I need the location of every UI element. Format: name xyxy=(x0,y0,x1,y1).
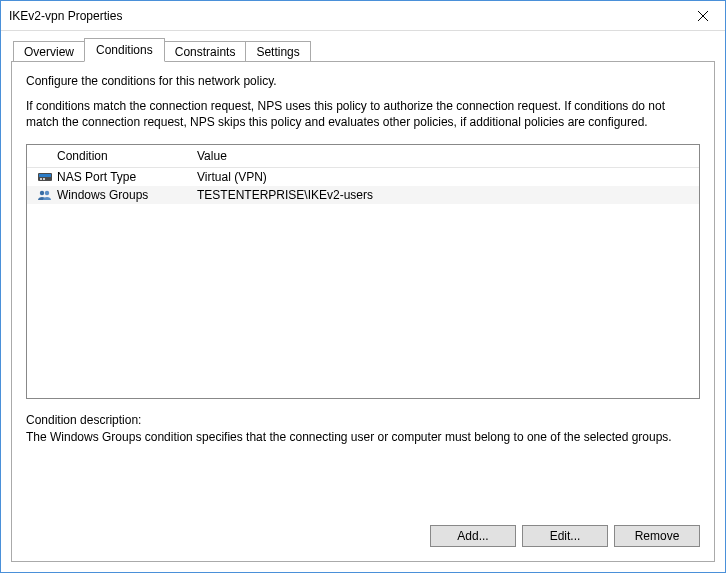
row-value: Virtual (VPN) xyxy=(197,170,693,184)
svg-point-7 xyxy=(45,191,49,195)
list-item[interactable]: NAS Port Type Virtual (VPN) xyxy=(27,168,699,186)
tab-strip: Overview Conditions Constraints Settings xyxy=(11,37,715,61)
header-condition[interactable]: Condition xyxy=(57,149,197,163)
titlebar: IKEv2-vpn Properties xyxy=(1,1,725,31)
svg-rect-3 xyxy=(39,174,51,177)
svg-point-6 xyxy=(40,191,44,195)
tab-settings[interactable]: Settings xyxy=(245,41,310,62)
tab-overview[interactable]: Overview xyxy=(13,41,85,62)
row-condition: NAS Port Type xyxy=(57,170,197,184)
tab-conditions[interactable]: Conditions xyxy=(84,38,165,62)
tab-constraints[interactable]: Constraints xyxy=(164,41,247,62)
conditions-header-row: Condition Value xyxy=(27,145,699,168)
tab-panel-conditions: Configure the conditions for this networ… xyxy=(11,61,715,562)
description-label: Condition description: xyxy=(26,413,700,427)
window-title: IKEv2-vpn Properties xyxy=(9,9,680,23)
close-button[interactable] xyxy=(680,1,725,30)
nas-port-type-icon xyxy=(33,171,57,183)
close-icon xyxy=(698,11,708,21)
header-value[interactable]: Value xyxy=(197,149,693,163)
svg-rect-4 xyxy=(40,178,42,180)
edit-button[interactable]: Edit... xyxy=(522,525,608,547)
panel-subtext: If conditions match the connection reque… xyxy=(26,98,700,130)
properties-dialog: IKEv2-vpn Properties Overview Conditions… xyxy=(0,0,726,573)
description-text: The Windows Groups condition specifies t… xyxy=(26,429,700,445)
dialog-body: Overview Conditions Constraints Settings… xyxy=(1,31,725,572)
add-button[interactable]: Add... xyxy=(430,525,516,547)
svg-rect-5 xyxy=(43,178,45,180)
conditions-list[interactable]: Condition Value NAS Port Type Virtual (V… xyxy=(26,144,700,399)
row-condition: Windows Groups xyxy=(57,188,197,202)
row-value: TESTENTERPRISE\IKEv2-users xyxy=(197,188,693,202)
windows-groups-icon xyxy=(33,189,57,201)
panel-intro: Configure the conditions for this networ… xyxy=(26,74,700,88)
list-item[interactable]: Windows Groups TESTENTERPRISE\IKEv2-user… xyxy=(27,186,699,204)
button-row: Add... Edit... Remove xyxy=(26,505,700,547)
remove-button[interactable]: Remove xyxy=(614,525,700,547)
